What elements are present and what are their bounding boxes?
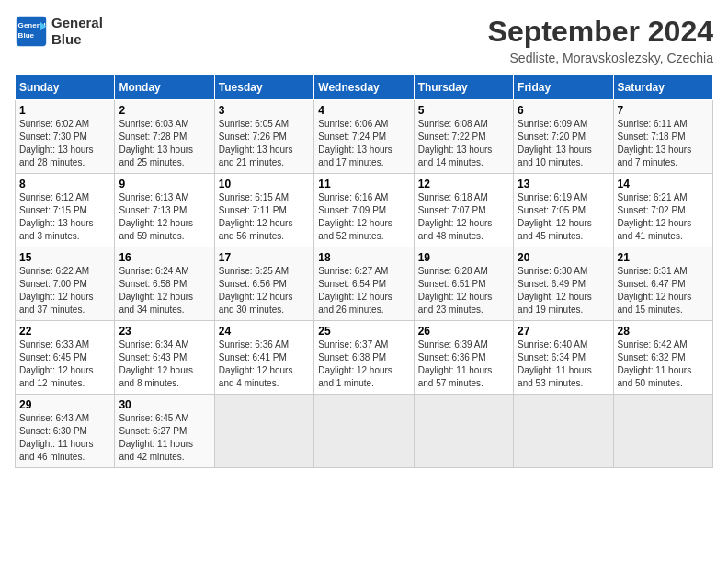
day-number: 30 bbox=[119, 398, 210, 411]
day-info: Sunrise: 6:08 AM Sunset: 7:22 PM Dayligh… bbox=[418, 118, 509, 169]
day-info: Sunrise: 6:39 AM Sunset: 6:36 PM Dayligh… bbox=[418, 339, 509, 390]
logo-text-line2: Blue bbox=[51, 31, 103, 48]
calendar-cell: 6Sunrise: 6:09 AM Sunset: 7:20 PM Daylig… bbox=[514, 100, 613, 174]
day-number: 4 bbox=[318, 104, 409, 117]
day-info: Sunrise: 6:33 AM Sunset: 6:45 PM Dayligh… bbox=[19, 339, 110, 390]
day-number: 28 bbox=[618, 325, 709, 338]
calendar-cell bbox=[414, 395, 513, 468]
logo: General Blue General Blue bbox=[15, 15, 103, 48]
calendar-cell: 25Sunrise: 6:37 AM Sunset: 6:38 PM Dayli… bbox=[314, 321, 414, 395]
calendar-cell: 7Sunrise: 6:11 AM Sunset: 7:18 PM Daylig… bbox=[613, 100, 712, 174]
day-info: Sunrise: 6:22 AM Sunset: 7:00 PM Dayligh… bbox=[19, 265, 110, 316]
day-info: Sunrise: 6:11 AM Sunset: 7:18 PM Dayligh… bbox=[618, 118, 709, 169]
day-number: 26 bbox=[418, 325, 509, 338]
day-info: Sunrise: 6:30 AM Sunset: 6:49 PM Dayligh… bbox=[518, 265, 609, 316]
day-info: Sunrise: 6:36 AM Sunset: 6:41 PM Dayligh… bbox=[219, 339, 310, 390]
calendar-cell: 22Sunrise: 6:33 AM Sunset: 6:45 PM Dayli… bbox=[16, 321, 115, 395]
calendar-cell: 13Sunrise: 6:19 AM Sunset: 7:05 PM Dayli… bbox=[514, 174, 613, 247]
calendar-cell: 15Sunrise: 6:22 AM Sunset: 7:00 PM Dayli… bbox=[16, 247, 115, 321]
day-number: 5 bbox=[418, 104, 509, 117]
title-area: September 2024 Sedliste, Moravskoslezsky… bbox=[488, 15, 713, 65]
header-row: SundayMondayTuesdayWednesdayThursdayFrid… bbox=[16, 75, 713, 100]
day-number: 8 bbox=[19, 178, 110, 190]
calendar-cell: 19Sunrise: 6:28 AM Sunset: 6:51 PM Dayli… bbox=[414, 247, 513, 321]
calendar-cell: 14Sunrise: 6:21 AM Sunset: 7:02 PM Dayli… bbox=[613, 174, 712, 247]
calendar-cell: 29Sunrise: 6:43 AM Sunset: 6:30 PM Dayli… bbox=[16, 395, 115, 468]
header-day: Monday bbox=[115, 75, 214, 100]
calendar-cell bbox=[314, 395, 414, 468]
day-info: Sunrise: 6:25 AM Sunset: 6:56 PM Dayligh… bbox=[219, 265, 310, 316]
calendar-cell: 23Sunrise: 6:34 AM Sunset: 6:43 PM Dayli… bbox=[115, 321, 214, 395]
day-number: 29 bbox=[19, 398, 110, 411]
day-number: 6 bbox=[518, 104, 609, 117]
calendar-cell bbox=[214, 395, 313, 468]
day-number: 16 bbox=[119, 251, 210, 264]
calendar-cell: 16Sunrise: 6:24 AM Sunset: 6:58 PM Dayli… bbox=[115, 247, 214, 321]
day-number: 11 bbox=[318, 178, 409, 190]
calendar-cell: 2Sunrise: 6:03 AM Sunset: 7:28 PM Daylig… bbox=[115, 100, 214, 174]
calendar-cell: 10Sunrise: 6:15 AM Sunset: 7:11 PM Dayli… bbox=[214, 174, 313, 247]
calendar-cell: 17Sunrise: 6:25 AM Sunset: 6:56 PM Dayli… bbox=[214, 247, 313, 321]
day-number: 25 bbox=[318, 325, 409, 338]
day-info: Sunrise: 6:19 AM Sunset: 7:05 PM Dayligh… bbox=[518, 191, 609, 243]
calendar-cell: 27Sunrise: 6:40 AM Sunset: 6:34 PM Dayli… bbox=[514, 321, 613, 395]
day-number: 15 bbox=[19, 251, 110, 264]
day-info: Sunrise: 6:05 AM Sunset: 7:26 PM Dayligh… bbox=[219, 118, 310, 169]
calendar-cell: 9Sunrise: 6:13 AM Sunset: 7:13 PM Daylig… bbox=[115, 174, 214, 247]
calendar-cell: 18Sunrise: 6:27 AM Sunset: 6:54 PM Dayli… bbox=[314, 247, 414, 321]
day-info: Sunrise: 6:13 AM Sunset: 7:13 PM Dayligh… bbox=[119, 191, 210, 243]
calendar-cell: 1Sunrise: 6:02 AM Sunset: 7:30 PM Daylig… bbox=[16, 100, 115, 174]
calendar-cell: 4Sunrise: 6:06 AM Sunset: 7:24 PM Daylig… bbox=[314, 100, 414, 174]
calendar-cell bbox=[613, 395, 712, 468]
day-number: 19 bbox=[418, 251, 509, 264]
day-info: Sunrise: 6:09 AM Sunset: 7:20 PM Dayligh… bbox=[518, 118, 609, 169]
header: General Blue General Blue September 2024… bbox=[15, 15, 713, 65]
calendar-cell: 8Sunrise: 6:12 AM Sunset: 7:15 PM Daylig… bbox=[16, 174, 115, 247]
logo-icon: General Blue bbox=[15, 15, 48, 48]
calendar-cell: 5Sunrise: 6:08 AM Sunset: 7:22 PM Daylig… bbox=[414, 100, 513, 174]
day-number: 7 bbox=[618, 104, 709, 117]
day-number: 24 bbox=[219, 325, 310, 338]
header-day: Wednesday bbox=[314, 75, 414, 100]
calendar-cell: 20Sunrise: 6:30 AM Sunset: 6:49 PM Dayli… bbox=[514, 247, 613, 321]
day-info: Sunrise: 6:06 AM Sunset: 7:24 PM Dayligh… bbox=[318, 118, 409, 169]
calendar-cell bbox=[514, 395, 613, 468]
calendar-cell: 3Sunrise: 6:05 AM Sunset: 7:26 PM Daylig… bbox=[214, 100, 313, 174]
calendar-subtitle: Sedliste, Moravskoslezsky, Czechia bbox=[488, 51, 713, 65]
header-day: Friday bbox=[514, 75, 613, 100]
calendar-cell: 12Sunrise: 6:18 AM Sunset: 7:07 PM Dayli… bbox=[414, 174, 513, 247]
day-info: Sunrise: 6:18 AM Sunset: 7:07 PM Dayligh… bbox=[418, 191, 509, 243]
day-number: 21 bbox=[618, 251, 709, 264]
day-number: 2 bbox=[119, 104, 210, 117]
day-number: 10 bbox=[219, 178, 310, 190]
calendar-week: 22Sunrise: 6:33 AM Sunset: 6:45 PM Dayli… bbox=[16, 321, 713, 395]
day-number: 22 bbox=[19, 325, 110, 338]
day-info: Sunrise: 6:12 AM Sunset: 7:15 PM Dayligh… bbox=[19, 191, 110, 243]
calendar-week: 29Sunrise: 6:43 AM Sunset: 6:30 PM Dayli… bbox=[16, 395, 713, 468]
day-info: Sunrise: 6:16 AM Sunset: 7:09 PM Dayligh… bbox=[318, 191, 409, 243]
day-info: Sunrise: 6:45 AM Sunset: 6:27 PM Dayligh… bbox=[119, 412, 210, 464]
svg-text:Blue: Blue bbox=[18, 31, 35, 40]
day-number: 23 bbox=[119, 325, 210, 338]
day-number: 17 bbox=[219, 251, 310, 264]
day-info: Sunrise: 6:21 AM Sunset: 7:02 PM Dayligh… bbox=[618, 191, 709, 243]
day-info: Sunrise: 6:42 AM Sunset: 6:32 PM Dayligh… bbox=[618, 339, 709, 390]
day-info: Sunrise: 6:34 AM Sunset: 6:43 PM Dayligh… bbox=[119, 339, 210, 390]
day-info: Sunrise: 6:02 AM Sunset: 7:30 PM Dayligh… bbox=[19, 118, 110, 169]
calendar-cell: 26Sunrise: 6:39 AM Sunset: 6:36 PM Dayli… bbox=[414, 321, 513, 395]
calendar-body: 1Sunrise: 6:02 AM Sunset: 7:30 PM Daylig… bbox=[16, 100, 713, 468]
day-info: Sunrise: 6:27 AM Sunset: 6:54 PM Dayligh… bbox=[318, 265, 409, 316]
header-day: Sunday bbox=[16, 75, 115, 100]
header-day: Thursday bbox=[414, 75, 513, 100]
calendar-cell: 21Sunrise: 6:31 AM Sunset: 6:47 PM Dayli… bbox=[613, 247, 712, 321]
day-info: Sunrise: 6:03 AM Sunset: 7:28 PM Dayligh… bbox=[119, 118, 210, 169]
calendar-week: 8Sunrise: 6:12 AM Sunset: 7:15 PM Daylig… bbox=[16, 174, 713, 247]
day-number: 18 bbox=[318, 251, 409, 264]
day-info: Sunrise: 6:40 AM Sunset: 6:34 PM Dayligh… bbox=[518, 339, 609, 390]
calendar-title: September 2024 bbox=[488, 15, 713, 49]
calendar-table: SundayMondayTuesdayWednesdayThursdayFrid… bbox=[15, 75, 713, 468]
header-day: Saturday bbox=[613, 75, 712, 100]
day-info: Sunrise: 6:43 AM Sunset: 6:30 PM Dayligh… bbox=[19, 412, 110, 464]
calendar-week: 1Sunrise: 6:02 AM Sunset: 7:30 PM Daylig… bbox=[16, 100, 713, 174]
calendar-cell: 30Sunrise: 6:45 AM Sunset: 6:27 PM Dayli… bbox=[115, 395, 214, 468]
